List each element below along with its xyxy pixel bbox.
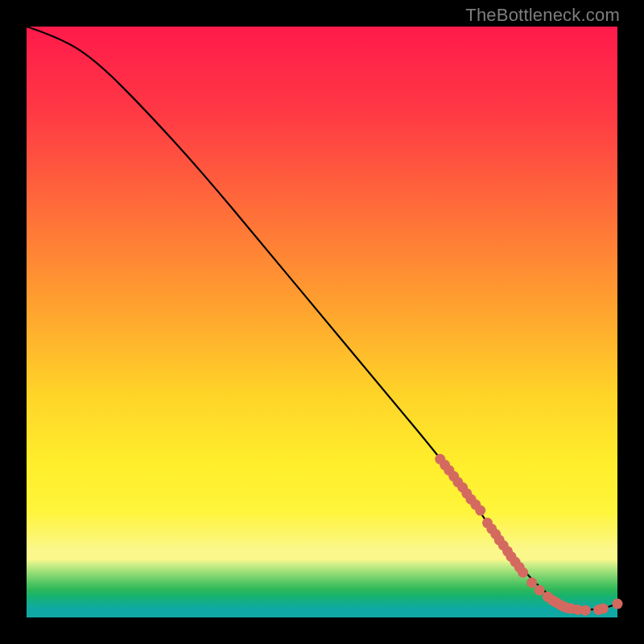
data-marker [598,604,609,614]
data-marker [580,605,591,616]
curve-line [27,27,617,609]
attribution-text: TheBottleneck.com [465,5,620,26]
data-marker [526,577,537,588]
chart-container: TheBottleneck.com [0,0,644,644]
data-marker [518,568,528,578]
data-marker [535,585,545,596]
data-marker [613,599,623,609]
curve-markers [435,454,622,616]
data-marker [475,506,485,516]
chart-overlay [27,27,617,617]
